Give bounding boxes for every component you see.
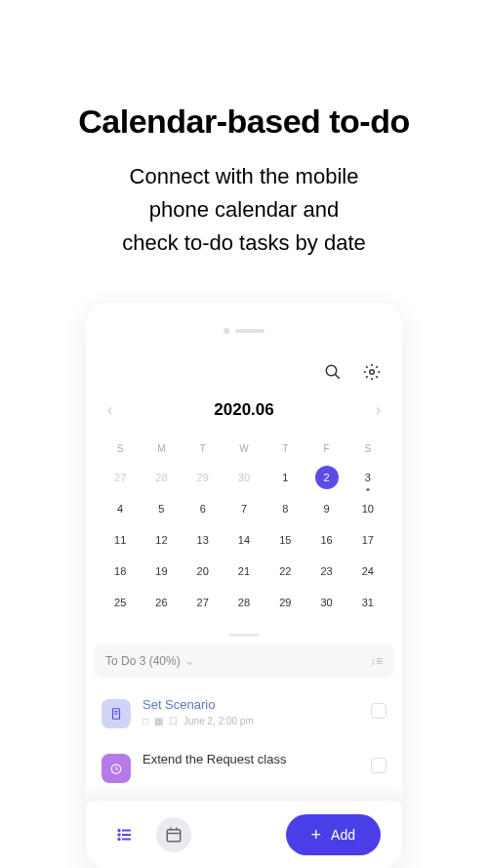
list-view-button[interactable] <box>107 817 142 852</box>
day-header: T <box>264 435 305 462</box>
calendar-day[interactable]: 23 <box>305 556 346 587</box>
calendar-day[interactable]: 19 <box>141 556 182 587</box>
calendar-day[interactable]: 27 <box>183 587 224 618</box>
todo-header-label: To Do 3 (40%) <box>105 654 181 668</box>
next-month-button[interactable]: › <box>376 401 381 419</box>
svg-line-8 <box>116 769 118 770</box>
month-label: 2020.06 <box>214 400 273 420</box>
document-icon <box>102 699 131 728</box>
calendar-day[interactable]: 20 <box>183 556 224 587</box>
calendar-day[interactable]: 12 <box>141 524 182 556</box>
day-header: M <box>141 435 182 462</box>
todo-meta: □▦☐June 2, 2:00 pm <box>142 716 359 726</box>
calendar-day[interactable]: 24 <box>347 556 388 587</box>
calendar-day[interactable]: 28 <box>224 587 264 618</box>
calendar-day[interactable]: 26 <box>141 587 182 618</box>
calendar-day[interactable]: 13 <box>183 524 224 556</box>
calendar-day[interactable]: 29 <box>183 462 224 493</box>
add-button[interactable]: + Add <box>286 814 381 855</box>
settings-icon[interactable] <box>361 361 383 383</box>
phone-frame: ‹ 2020.06 › SMTWTFS272829301234567891011… <box>86 303 402 868</box>
calendar-day[interactable]: 21 <box>224 556 264 587</box>
day-header: F <box>305 435 346 462</box>
calendar-day[interactable]: 6 <box>183 493 224 524</box>
header-icons <box>86 334 402 393</box>
svg-point-2 <box>370 370 375 375</box>
todo-item[interactable]: Extend the Request class <box>86 740 402 795</box>
prev-month-button[interactable]: ‹ <box>107 401 112 419</box>
calendar-day[interactable]: 8 <box>264 493 305 524</box>
todo-item[interactable]: Set Scenario□▦☐June 2, 2:00 pm <box>86 685 402 740</box>
calendar-day[interactable]: 27 <box>100 462 141 493</box>
todo-checkbox[interactable] <box>371 758 386 773</box>
calendar-day[interactable]: 14 <box>224 524 264 556</box>
calendar-day[interactable]: 7 <box>224 493 264 524</box>
svg-line-1 <box>335 374 340 379</box>
todo-title: Set Scenario <box>142 697 359 712</box>
todo-title: Extend the Request class <box>142 752 359 766</box>
calendar-day[interactable]: 15 <box>264 524 305 556</box>
hero-subtitle: Connect with the mobile phone calendar a… <box>0 160 488 260</box>
calendar-day[interactable]: 10 <box>347 493 388 524</box>
day-header: W <box>224 435 264 462</box>
calendar-day[interactable]: 17 <box>347 524 388 556</box>
calendar-day[interactable]: 25 <box>100 587 141 618</box>
todo-section-header[interactable]: To Do 3 (40%) ⌄ ↓≡ <box>94 644 394 678</box>
calendar-day[interactable]: 11 <box>100 524 141 556</box>
calendar-grid: SMTWTFS272829301234567891011121314151617… <box>86 428 402 626</box>
month-navigation: ‹ 2020.06 › <box>86 393 402 428</box>
calendar-day[interactable]: 16 <box>305 524 346 556</box>
calendar-day[interactable]: 28 <box>141 462 182 493</box>
day-header: T <box>183 435 224 462</box>
calendar-day[interactable]: 3 <box>347 462 388 493</box>
todo-checkbox[interactable] <box>371 703 386 719</box>
calendar-day[interactable]: 30 <box>305 587 346 618</box>
svg-point-14 <box>118 839 120 841</box>
calendar-day[interactable]: 22 <box>264 556 305 587</box>
calendar-day[interactable]: 18 <box>100 556 141 587</box>
day-header: S <box>100 435 141 462</box>
calendar-day[interactable]: 29 <box>264 587 305 618</box>
calendar-day[interactable]: 30 <box>224 462 264 493</box>
calendar-day[interactable]: 31 <box>347 587 388 618</box>
day-header: S <box>347 435 388 462</box>
calendar-day[interactable]: 2 <box>305 462 346 493</box>
calendar-day[interactable]: 9 <box>305 493 346 524</box>
chevron-down-icon: ⌄ <box>184 654 194 668</box>
search-icon[interactable] <box>322 361 344 383</box>
calendar-day[interactable]: 4 <box>100 493 141 524</box>
clock-icon <box>102 754 131 783</box>
svg-point-0 <box>326 365 337 376</box>
svg-point-12 <box>118 830 120 832</box>
drag-handle[interactable] <box>229 634 259 637</box>
calendar-day[interactable]: 1 <box>264 462 305 493</box>
todo-list: Set Scenario□▦☐June 2, 2:00 pmExtend the… <box>86 685 402 795</box>
add-button-label: Add <box>331 827 355 843</box>
calendar-view-button[interactable] <box>156 817 191 852</box>
svg-rect-15 <box>167 830 181 842</box>
plus-icon: + <box>311 826 322 844</box>
bottom-bar: + Add <box>86 801 402 868</box>
hero-title: Calendar-based to-do <box>0 103 488 141</box>
svg-point-13 <box>118 834 120 836</box>
sort-icon[interactable]: ↓≡ <box>370 654 383 668</box>
phone-notch <box>86 303 402 334</box>
calendar-day[interactable]: 5 <box>141 493 182 524</box>
